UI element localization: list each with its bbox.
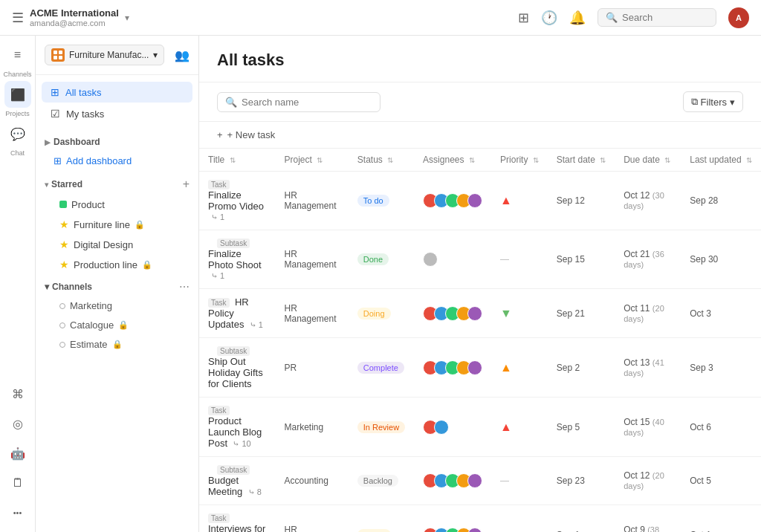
sidebar-item-projects[interactable]: ⬛ Projects [4, 81, 31, 117]
global-search[interactable]: 🔍 [598, 8, 716, 27]
last-updated-value: Sep 3 [690, 363, 713, 373]
col-assignees[interactable]: Assignees ⇅ [414, 149, 491, 172]
channel-catalogue[interactable]: Catalogue 🔒 [42, 316, 192, 334]
workspace-icon [51, 48, 65, 62]
cell-assignees [414, 289, 491, 338]
org-icon[interactable]: ⌘ [4, 380, 31, 407]
grid-icon[interactable]: ⊞ [518, 10, 529, 26]
subtask-indicator: ⤷ 1 [211, 213, 224, 221]
starred-add-icon[interactable]: + [183, 178, 190, 191]
task-search[interactable]: 🔍 [217, 92, 380, 112]
due-date-value: Oct 13 [624, 357, 650, 368]
table-row[interactable]: Subtask Finalize Photo Shoot ⤷ 1 HR Mana… [199, 230, 761, 289]
table-row[interactable]: Task HR Policy Updates ⤷ 1 HR Management… [199, 289, 761, 338]
sidebar-item-channels[interactable]: ≡ Channels [3, 42, 31, 78]
company-chevron-icon[interactable]: ▾ [125, 13, 129, 23]
chat-icon[interactable]: 💬 [4, 120, 31, 147]
table-row[interactable]: Task Finalize Promo Video ⤷ 1 HR Managem… [199, 172, 761, 230]
priority-indicator: ▲ [500, 361, 512, 374]
channels-icon[interactable]: ≡ [4, 42, 31, 68]
avatar[interactable]: A [728, 7, 749, 28]
cell-priority: ▲ [491, 172, 548, 230]
production-lock-icon: 🔒 [142, 260, 152, 270]
sidebar-digital-label: Digital Design [74, 239, 133, 250]
left-panel: Furniture Manufac... ▾ 👥 ⊞ All tasks ☑ M… [36, 36, 199, 532]
history-icon[interactable]: 🕐 [541, 10, 557, 26]
dashboard-chevron-icon: ▶ [45, 138, 51, 146]
cell-status: To do [349, 172, 414, 230]
workspace-chevron-icon: ▾ [153, 50, 158, 60]
assignees-avatars [423, 420, 482, 435]
due-date-value: Oct 12 [624, 470, 650, 481]
dashboard-section-left: ▶ Dashboard [45, 137, 100, 147]
main-content: All tasks 🔍 ⧉ Filters ▾ + + New task [199, 36, 761, 532]
cell-last-updated: Sep 3 [681, 338, 761, 398]
sidebar-item-production[interactable]: ★ Production line 🔒 [42, 255, 192, 274]
col-last-updated[interactable]: Last updated ⇅ [681, 149, 761, 172]
cell-due-date: Oct 13 (41 days) [615, 338, 681, 398]
inbox-icon[interactable]: 🗒 [4, 470, 31, 496]
channel-estimate[interactable]: Estimate 🔒 [42, 335, 192, 354]
new-task-button[interactable]: + + New task [217, 129, 743, 140]
add-dashboard-button[interactable]: ⊞ Add dashboard [42, 152, 192, 170]
cell-due-date: Oct 15 (40 days) [615, 398, 681, 457]
sidebar-item-product[interactable]: Product ⋯ [42, 195, 192, 214]
topbar-right: ⊞ 🕐 🔔 🔍 A [518, 7, 749, 28]
channel-marketing[interactable]: Marketing [42, 296, 192, 315]
estimate-circle-icon [59, 342, 65, 348]
filter-button[interactable]: ⧉ Filters ▾ [683, 91, 743, 112]
workspace-selector[interactable]: Furniture Manufac... ▾ [45, 45, 164, 65]
task-search-input[interactable] [242, 97, 372, 108]
main-layout: ≡ Channels ⬛ Projects 💬 Chat ⌘ ◎ 🤖 🗒 •••… [0, 36, 761, 532]
catalogue-circle-icon [59, 322, 65, 328]
svg-rect-0 [54, 51, 57, 54]
task-type-badge: Task [208, 180, 230, 189]
table-row[interactable]: Subtask Ship Out Holiday Gifts for Clien… [199, 338, 761, 398]
nav-my-tasks[interactable]: ☑ My tasks [42, 103, 192, 124]
search-input[interactable] [622, 12, 708, 23]
last-updated-value: Sep 28 [690, 195, 718, 206]
cell-priority: ▲ [491, 338, 548, 398]
channels-section-header: ▾ Channels ⋯ [36, 275, 198, 296]
avatar [467, 193, 482, 208]
sidebar-item-chat[interactable]: 💬 Chat [4, 120, 31, 157]
col-title[interactable]: Title ⇅ [199, 149, 275, 172]
channels-more-icon[interactable]: ⋯ [179, 281, 190, 293]
starred-section-header[interactable]: ▾ Starred + [36, 172, 198, 194]
sidebar-item-digital[interactable]: ★ Digital Design ⋯ [42, 235, 192, 254]
bell-icon[interactable]: 🔔 [569, 10, 586, 26]
projects-icon[interactable]: ⬛ [4, 81, 31, 108]
dashboard-section-header[interactable]: ▶ Dashboard [36, 131, 198, 150]
sidebar-furniture-label: Furniture line [74, 219, 130, 230]
bot-icon[interactable]: 🤖 [4, 440, 31, 467]
cell-priority: — [491, 230, 548, 289]
col-due-date[interactable]: Due date ⇅ [615, 149, 681, 172]
table-row[interactable]: Subtask Budget Meeting ⤷ 8 Accounting Ba… [199, 457, 761, 505]
col-priority[interactable]: Priority ⇅ [491, 149, 548, 172]
priority-indicator: ▼ [500, 307, 512, 319]
channels-header-left[interactable]: ▾ Channels [45, 282, 92, 292]
cell-last-updated: Sep 28 [681, 172, 761, 230]
table-row[interactable]: Task Interviews for Sales Position ⤷ 1 H… [199, 505, 761, 533]
channel-marketing-label: Marketing [70, 300, 112, 311]
task-name: Finalize Photo Shoot [208, 248, 262, 270]
sidebar-item-furniture[interactable]: ★ Furniture line 🔒 [42, 215, 192, 234]
due-sort-icon: ⇅ [664, 156, 670, 164]
menu-icon[interactable]: ☰ [12, 10, 24, 26]
goals-icon[interactable]: ◎ [4, 410, 31, 437]
cell-start-date: Sep 15 [548, 230, 615, 289]
more-icon[interactable]: ••• [4, 499, 31, 526]
col-start-date[interactable]: Start date ⇅ [548, 149, 615, 172]
col-status[interactable]: Status ⇅ [349, 149, 414, 172]
nav-all-tasks[interactable]: ⊞ All tasks [42, 82, 192, 103]
table-row[interactable]: Task Product Launch Blog Post ⤷ 10 Marke… [199, 398, 761, 457]
col-project[interactable]: Project ⇅ [275, 149, 348, 172]
people-icon[interactable]: 👥 [175, 48, 190, 62]
starred-section-left: ▾ Starred [45, 179, 82, 189]
cell-status: Backlog [349, 457, 414, 505]
priority-sort-icon: ⇅ [533, 156, 539, 164]
dashboard-section-label: Dashboard [54, 137, 100, 147]
cell-last-updated: Oct 5 [681, 457, 761, 505]
priority-indicator: ▲ [500, 421, 512, 433]
cell-project: HR Management [275, 230, 348, 289]
